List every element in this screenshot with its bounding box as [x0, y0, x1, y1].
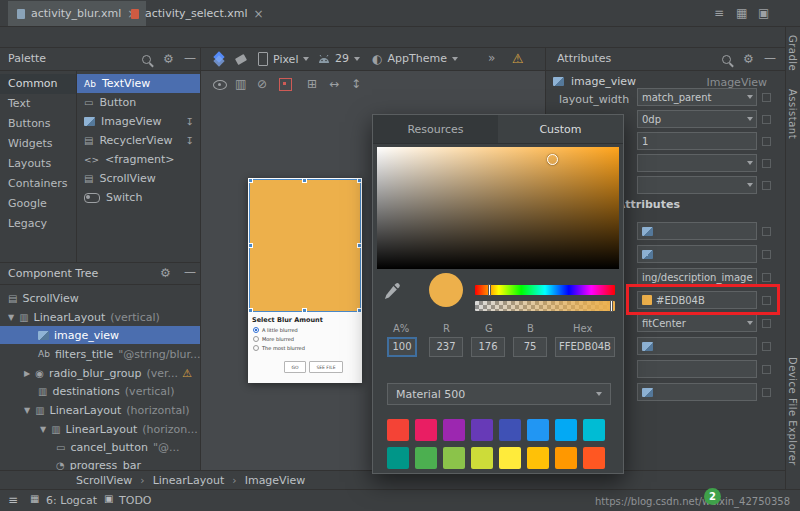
radio-option[interactable]: The most blurred — [253, 345, 305, 351]
swatch-blue[interactable] — [527, 419, 549, 441]
swatch-indigo[interactable] — [499, 419, 521, 441]
tree-item-radio-blur-group[interactable]: ▶ ◉ radio_blur_group (ver... ⚠ — [0, 364, 200, 382]
scale-type-dropdown[interactable]: fitCenter — [637, 314, 757, 332]
green-input[interactable]: 176 — [471, 337, 505, 357]
palette-item-imageview[interactable]: ImageView ↧ — [76, 112, 200, 131]
tab-resources[interactable]: Resources — [373, 115, 498, 143]
hue-handle[interactable] — [488, 284, 491, 296]
gear-icon[interactable]: ⚙ — [163, 53, 174, 65]
gear-icon[interactable]: ⚙ — [160, 267, 171, 279]
tree-item-scrollview[interactable]: ▤ ScrollView — [0, 289, 200, 307]
gradle-tool-tab[interactable]: Gradle — [787, 35, 798, 71]
attribute-dropdown[interactable] — [637, 154, 757, 172]
add-constraint-icon[interactable]: ⊞ — [307, 77, 317, 91]
tree-item-linearlayout-vertical[interactable]: ▼ ▥ LinearLayout (vertical) — [0, 308, 200, 326]
resource-flag[interactable] — [762, 365, 771, 374]
resource-flag[interactable] — [762, 342, 771, 351]
blue-input[interactable]: 75 — [513, 337, 547, 357]
saturation-value-box[interactable] — [377, 147, 619, 269]
close-icon[interactable]: × — [254, 7, 264, 21]
swatch-purple[interactable] — [443, 419, 465, 441]
src-field[interactable] — [637, 222, 757, 240]
swatch-yellow[interactable] — [499, 447, 521, 469]
alpha-handle[interactable] — [610, 300, 613, 312]
palette-item-switch[interactable]: Switch — [76, 188, 200, 207]
attribute-dropdown[interactable] — [637, 176, 757, 194]
color-cursor[interactable] — [547, 154, 558, 165]
tree-item-destinations[interactable]: ▥ destinations (vertical) — [0, 382, 200, 400]
resource-flag[interactable] — [762, 93, 771, 102]
resource-flag[interactable] — [762, 273, 771, 282]
tab-custom[interactable]: Custom — [498, 115, 623, 143]
radio-option[interactable]: More blurred — [253, 336, 294, 342]
assistant-tool-tab[interactable]: Assistant — [787, 89, 798, 139]
hex-input[interactable]: FFEDB04B — [555, 337, 615, 357]
go-button[interactable]: GO — [284, 361, 306, 373]
device-file-explorer-tool-tab[interactable]: Device File Explorer — [787, 357, 798, 466]
hue-slider[interactable] — [475, 285, 615, 295]
swatch-lime[interactable] — [471, 447, 493, 469]
tree-item-linearlayout-inner[interactable]: ▼ ▥ LinearLayout (horizon... — [0, 420, 200, 438]
chevron-down-icon[interactable]: ▼ — [40, 425, 46, 434]
tree-item-linearlayout-horizontal[interactable]: ▼ ▥ LinearLayout (horizontal) — [0, 401, 200, 419]
alpha-input[interactable]: 100 — [387, 337, 417, 357]
eyedropper-icon[interactable] — [383, 281, 403, 301]
minimize-icon[interactable]: — — [184, 266, 196, 278]
palette-item-recyclerview[interactable]: ▤ RecyclerView ↧ — [76, 131, 200, 150]
chevron-down-icon[interactable]: ▼ — [24, 406, 30, 415]
resource-flag[interactable] — [762, 159, 771, 168]
palette-item-scrollview[interactable]: ▤ ScrollView — [76, 169, 200, 188]
resource-flag[interactable] — [762, 115, 771, 124]
swatch-pink[interactable] — [415, 419, 437, 441]
resource-flag[interactable] — [762, 137, 771, 146]
material-palette-dropdown[interactable]: Material 500 — [387, 383, 611, 405]
palette-category-google[interactable]: Google — [0, 194, 76, 214]
attribute-field[interactable] — [637, 383, 757, 401]
columns-icon[interactable]: ▥ — [235, 77, 246, 91]
palette-item-textview[interactable]: Ab TextView — [76, 74, 200, 93]
palette-category-legacy[interactable]: Legacy — [0, 214, 76, 234]
margins-icon[interactable] — [279, 78, 292, 91]
chevron-down-icon[interactable]: ▼ — [8, 313, 14, 322]
search-icon[interactable] — [722, 55, 731, 64]
palette-category-common[interactable]: Common — [0, 74, 76, 94]
attribute-field[interactable] — [637, 337, 757, 355]
attribute-field[interactable] — [637, 360, 757, 378]
design-mode-icon[interactable] — [212, 52, 228, 67]
warning-icon[interactable]: ⚠ — [512, 52, 524, 65]
view-options-icon[interactable] — [213, 80, 227, 90]
swatch-cyan[interactable] — [583, 419, 605, 441]
tree-item-filters-title[interactable]: Ab filters_title "@string/blur... — [0, 345, 200, 363]
see-file-button[interactable]: SEE FILE — [309, 361, 343, 373]
swatch-deep-orange[interactable] — [583, 447, 605, 469]
grid-view-icon[interactable]: ▦ — [736, 7, 747, 19]
resource-flag[interactable] — [762, 388, 771, 397]
swatch-amber[interactable] — [527, 447, 549, 469]
overflow-chevron-icon[interactable]: » — [488, 52, 495, 64]
palette-category-buttons[interactable]: Buttons — [0, 114, 76, 134]
swatch-light-blue[interactable] — [555, 419, 577, 441]
breadcrumb-linearlayout[interactable]: LinearLayout — [153, 474, 225, 487]
layout-weight-field[interactable]: 1 — [637, 132, 757, 150]
gear-icon[interactable]: ⚙ — [743, 53, 754, 65]
minimize-icon[interactable]: — — [764, 52, 776, 64]
alpha-slider[interactable] — [475, 301, 615, 311]
blur-image-preview[interactable] — [250, 180, 360, 311]
minimize-icon[interactable]: — — [184, 52, 196, 64]
blueprint-mode-icon[interactable] — [235, 54, 247, 65]
swatch-deep-purple[interactable] — [471, 419, 493, 441]
magnet-off-icon[interactable]: ⊘ — [257, 77, 267, 91]
list-view-icon[interactable]: ≡ — [714, 7, 724, 19]
device-canvas[interactable]: Select Blur Amount A little blurred More… — [248, 178, 362, 383]
src-compat-field[interactable] — [637, 245, 757, 263]
swatch-light-green[interactable] — [443, 447, 465, 469]
tree-item-cancel-button[interactable]: ▭ cancel_button "@... — [0, 438, 200, 456]
swatch-red[interactable] — [387, 419, 409, 441]
swatch-green[interactable] — [415, 447, 437, 469]
horizontal-arrows-icon[interactable]: ↔ — [329, 77, 339, 91]
swatch-orange[interactable] — [555, 447, 577, 469]
radio-option[interactable]: A little blurred — [253, 327, 298, 333]
breadcrumb-scrollview[interactable]: ScrollView — [76, 474, 132, 487]
palette-category-layouts[interactable]: Layouts — [0, 154, 76, 174]
tree-item-image-view[interactable]: image_view — [0, 326, 200, 344]
